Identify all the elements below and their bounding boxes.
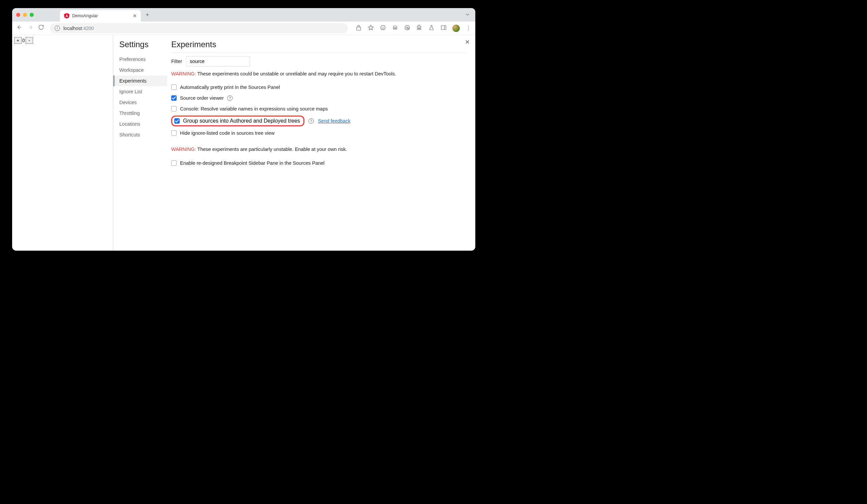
svg-rect-2 <box>357 27 361 30</box>
svg-point-8 <box>395 27 397 29</box>
close-window-button[interactable] <box>16 13 20 17</box>
tab-title: DemoAngular <box>72 13 98 18</box>
counter-plus-button[interactable]: + <box>14 37 22 44</box>
checkbox-breakpoint-sidebar[interactable] <box>171 160 176 166</box>
help-icon[interactable]: ? <box>309 118 314 124</box>
nav-ignore-list[interactable]: Ignore List <box>113 86 167 97</box>
toolbar-actions: ⋮ <box>355 25 472 32</box>
forward-button[interactable] <box>26 24 34 32</box>
extension-icon-1[interactable] <box>379 25 386 32</box>
browser-window: A DemoAngular ✕ + i localhost:4200 <box>12 8 475 251</box>
help-icon[interactable]: ? <box>227 95 233 101</box>
labs-icon[interactable] <box>428 25 435 32</box>
counter-widget: + 0 - <box>14 37 111 44</box>
svg-point-6 <box>383 26 384 27</box>
sidepanel-icon[interactable] <box>440 25 447 32</box>
site-info-icon[interactable]: i <box>55 25 60 31</box>
experiment-source-order: Source order viewer ? <box>171 92 466 103</box>
incognito-icon[interactable] <box>392 25 398 32</box>
svg-marker-3 <box>368 25 374 30</box>
close-tab-icon[interactable]: ✕ <box>133 13 137 19</box>
reload-button[interactable] <box>37 24 45 32</box>
settings-sidebar: Settings Preferences Workspace Experimen… <box>113 35 167 251</box>
nav-preferences[interactable]: Preferences <box>113 54 167 65</box>
experiment-label: Group sources into Authored and Deployed… <box>183 118 300 124</box>
settings-title: Settings <box>119 40 167 49</box>
checkbox-group-sources[interactable] <box>174 118 180 124</box>
counter-value: 0 <box>22 38 25 43</box>
experiment-label: Automatically pretty print in the Source… <box>180 85 280 90</box>
angular-icon: A <box>64 13 69 19</box>
bookmark-icon[interactable] <box>367 25 374 32</box>
experiment-group-sources-row: Group sources into Authored and Deployed… <box>171 114 466 128</box>
menu-icon[interactable]: ⋮ <box>465 25 472 31</box>
nav-workspace[interactable]: Workspace <box>113 65 167 76</box>
filter-row: Filter <box>171 56 466 66</box>
nav-locations[interactable]: Locations <box>113 119 167 129</box>
close-settings-icon[interactable]: ✕ <box>465 39 470 46</box>
warning-2: WARNING: These experiments are particula… <box>171 146 466 153</box>
counter-minus-button[interactable]: - <box>25 37 33 44</box>
nav-throttling[interactable]: Throttling <box>113 108 167 119</box>
warning-1: WARNING: These experiments could be unst… <box>171 70 466 77</box>
content-area: + 0 - ✕ Settings Preferences Workspace E… <box>12 35 475 251</box>
experiment-label: Source order viewer <box>180 95 224 101</box>
nav-shortcuts[interactable]: Shortcuts <box>113 129 167 140</box>
svg-point-12 <box>408 28 409 29</box>
share-icon[interactable] <box>355 25 362 32</box>
minimize-window-button[interactable] <box>23 13 27 17</box>
maximize-window-button[interactable] <box>30 13 34 17</box>
experiment-console-resolve: Console: Resolve variable names in expre… <box>171 103 466 114</box>
new-tab-button[interactable]: + <box>143 11 151 19</box>
address-bar[interactable]: i localhost:4200 <box>50 23 348 33</box>
profile-avatar[interactable] <box>452 25 460 32</box>
filter-input[interactable] <box>186 56 250 66</box>
svg-point-7 <box>393 27 395 29</box>
devtools-settings: ✕ Settings Preferences Workspace Experim… <box>113 35 475 251</box>
checkbox-console-resolve[interactable] <box>171 106 176 111</box>
svg-point-11 <box>407 26 408 28</box>
checkbox-pretty-print[interactable] <box>171 85 176 90</box>
tab-dropdown-icon[interactable] <box>464 11 471 19</box>
tab-strip: A DemoAngular ✕ + <box>12 8 475 22</box>
browser-tab[interactable]: A DemoAngular ✕ <box>60 10 141 22</box>
checkbox-source-order[interactable] <box>171 95 176 101</box>
settings-main: Experiments Filter WARNING: These experi… <box>167 35 475 251</box>
back-button[interactable] <box>15 24 24 32</box>
experiment-hide-ignore: Hide ignore-listed code in sources tree … <box>171 128 466 139</box>
checkbox-hide-ignore[interactable] <box>171 130 176 136</box>
window-controls <box>16 13 34 17</box>
experiment-label: Enable re-designed Breakpoint Sidebar Pa… <box>180 160 325 166</box>
svg-rect-13 <box>441 25 446 30</box>
experiment-label: Hide ignore-listed code in sources tree … <box>180 130 275 136</box>
svg-point-4 <box>381 25 385 30</box>
browser-toolbar: i localhost:4200 <box>12 22 475 35</box>
nav-experiments[interactable]: Experiments <box>113 76 167 86</box>
highlight-annotation: Group sources into Authored and Deployed… <box>171 116 304 126</box>
send-feedback-link[interactable]: Send feedback <box>318 118 351 124</box>
svg-point-5 <box>382 26 383 27</box>
extensions-icon[interactable] <box>416 25 423 32</box>
experiment-pretty-print: Automatically pretty print in the Source… <box>171 82 466 92</box>
nav-devices[interactable]: Devices <box>113 97 167 108</box>
experiment-label: Console: Resolve variable names in expre… <box>180 106 328 111</box>
filter-label: Filter <box>171 59 182 64</box>
experiments-heading: Experiments <box>171 40 466 53</box>
experiment-breakpoint-sidebar: Enable re-designed Breakpoint Sidebar Pa… <box>171 158 466 168</box>
page-pane: + 0 - <box>12 35 113 251</box>
url-text: localhost:4200 <box>63 25 94 31</box>
extension-icon-2[interactable] <box>404 25 410 32</box>
